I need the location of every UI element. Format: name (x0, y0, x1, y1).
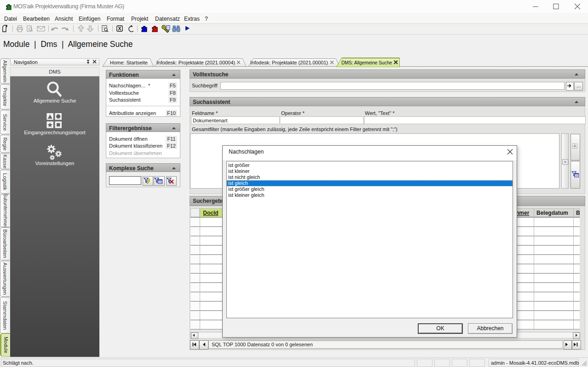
svg-text:X: X (118, 26, 121, 31)
svg-text:B: B (576, 210, 580, 216)
svg-text:DocId: DocId (203, 210, 218, 216)
svg-text:Home: Startseite: Home: Startseite (110, 60, 148, 65)
svg-text:Infodesk: Projektakte (2021.00: Infodesk: Projektakte (2021.00004) (156, 60, 235, 65)
svg-text:nmer: nmer (516, 210, 530, 216)
svg-text:Infodesk: Projektakte (2021.00: Infodesk: Projektakte (2021.00001) (250, 60, 328, 65)
svg-text:DMS: Allgemeine Suche: DMS: Allgemeine Suche (341, 60, 392, 65)
svg-text:Belegdatum: Belegdatum (536, 210, 568, 216)
